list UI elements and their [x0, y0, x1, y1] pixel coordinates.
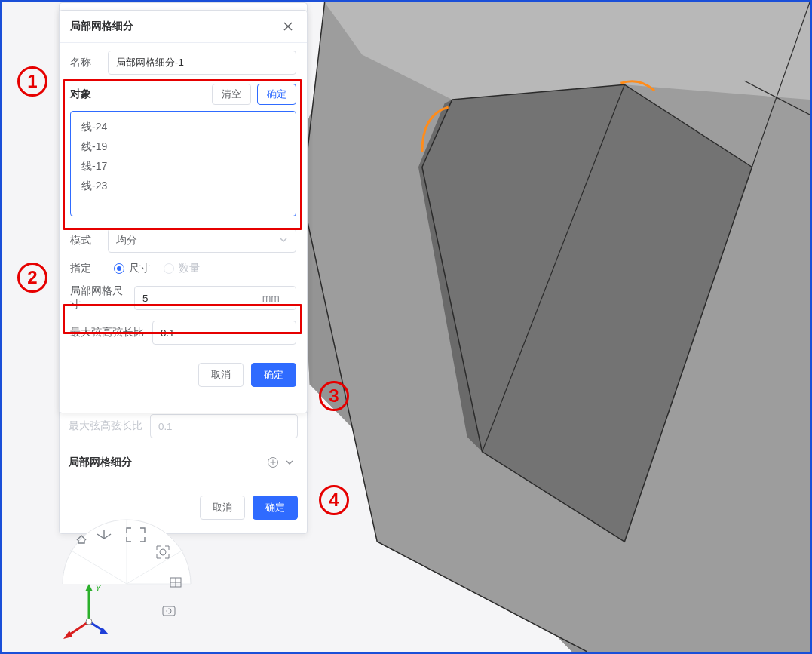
- chord-input[interactable]: [152, 321, 296, 345]
- list-item[interactable]: 线-19: [71, 137, 296, 157]
- radio-size-label: 尺寸: [129, 262, 150, 275]
- bg-ok-button[interactable]: 确定: [253, 496, 298, 520]
- view-gizmo[interactable]: Y: [59, 516, 195, 652]
- list-item[interactable]: 线-24: [71, 118, 296, 137]
- axis-triad: Y: [63, 583, 109, 639]
- name-label: 名称: [70, 56, 100, 69]
- svg-point-31: [86, 619, 92, 625]
- mode-label: 模式: [70, 234, 100, 247]
- add-icon[interactable]: [265, 454, 281, 471]
- mode-select[interactable]: 均分: [108, 229, 296, 253]
- mode-value: 均分: [116, 234, 137, 247]
- annotation-2: 2: [17, 263, 47, 293]
- svg-point-24: [167, 609, 171, 613]
- gizmo-capture-icon[interactable]: [163, 606, 175, 616]
- local-size-row: 局部网格尺寸 mm: [70, 284, 296, 312]
- local-size-label: 局部网格尺寸: [70, 284, 127, 312]
- cancel-button[interactable]: 取消: [198, 363, 244, 387]
- annotation-3: 3: [319, 381, 349, 411]
- chord-row: 最大弦高弦长比: [70, 321, 296, 345]
- dialog-header: 局部网格细分: [60, 11, 307, 43]
- objects-confirm-button[interactable]: 确定: [257, 84, 296, 105]
- chevron-down-icon: [279, 235, 288, 247]
- specify-label: 指定: [70, 262, 100, 275]
- objects-clear-button[interactable]: 清空: [212, 84, 251, 105]
- ok-button[interactable]: 确定: [251, 363, 296, 387]
- bg-cancel-button[interactable]: 取消: [200, 496, 245, 520]
- bg-chord-label: 最大弦高弦长比: [69, 419, 142, 433]
- bg-section-title: 局部网格细分: [69, 456, 132, 469]
- svg-marker-28: [63, 631, 72, 639]
- radio-dot-icon: [164, 263, 174, 274]
- chord-label: 最大弦高弦长比: [70, 326, 145, 339]
- app-stage: 最大弦高弦长比 局部网格细分 取消 确定 局部网格细分: [0, 0, 812, 654]
- radio-count-label: 数量: [179, 262, 200, 275]
- svg-rect-23: [163, 606, 175, 616]
- list-item[interactable]: 线-23: [71, 177, 296, 196]
- name-input[interactable]: [108, 51, 296, 75]
- bg-section-header: 局部网格细分: [69, 454, 298, 471]
- objects-header: 对象 清空 确定: [70, 84, 296, 105]
- radio-count[interactable]: 数量: [164, 262, 200, 275]
- mode-row: 模式 均分: [70, 229, 296, 253]
- dialog-title: 局部网格细分: [70, 20, 133, 33]
- axis-y-label: Y: [95, 583, 102, 594]
- bg-chord-row: 最大弦高弦长比: [69, 414, 298, 438]
- objects-label: 对象: [70, 88, 212, 101]
- annotation-1: 1: [17, 66, 47, 97]
- radio-size[interactable]: 尺寸: [114, 262, 150, 275]
- name-row: 名称: [70, 51, 296, 75]
- list-item[interactable]: 线-17: [71, 157, 296, 177]
- specify-row: 指定 尺寸 数量: [70, 262, 296, 275]
- local-mesh-refine-dialog: 局部网格细分 名称 对象 清空 确定 线-24 线-19 线-17 线-23: [59, 10, 308, 413]
- radio-dot-icon: [114, 263, 124, 274]
- local-size-input[interactable]: [134, 286, 296, 310]
- bg-chord-input[interactable]: [150, 414, 298, 438]
- svg-marker-26: [85, 584, 93, 591]
- chevron-down-icon[interactable]: [281, 454, 298, 471]
- annotation-4: 4: [319, 485, 349, 515]
- objects-listbox[interactable]: 线-24 线-19 线-17 线-23: [70, 111, 296, 216]
- dialog-footer: 取消 确定: [60, 354, 307, 398]
- close-icon[interactable]: [280, 18, 296, 35]
